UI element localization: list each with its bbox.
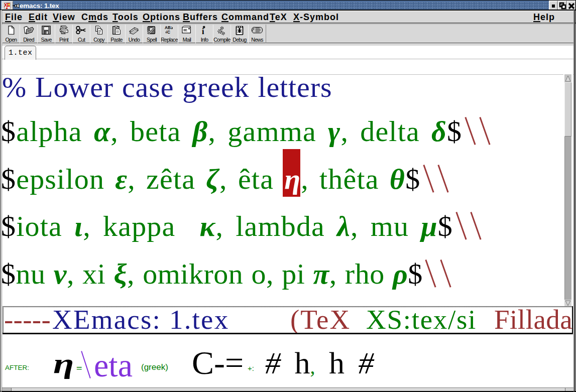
svg-text:AB: AB (165, 26, 171, 30)
svg-text:C: C (167, 30, 170, 35)
svg-text:i: i (202, 27, 204, 35)
